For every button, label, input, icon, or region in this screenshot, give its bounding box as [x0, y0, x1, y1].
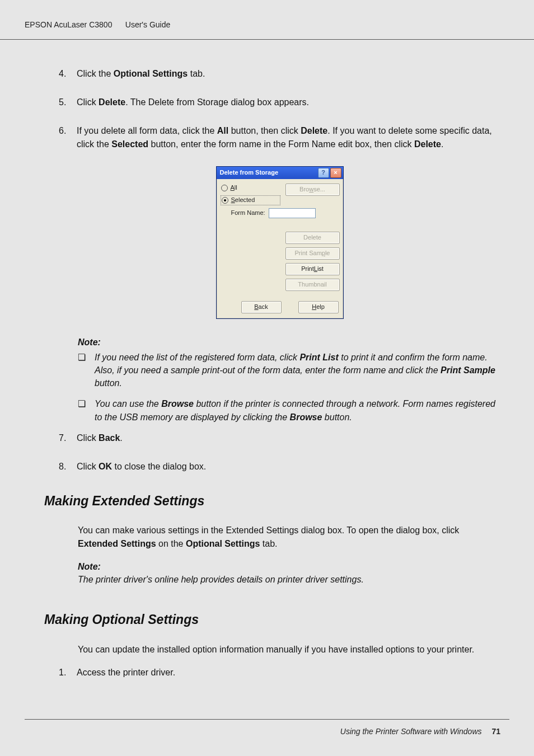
header-guide: User's Guide — [125, 20, 170, 29]
dialog-body: All Selected Browse... Form Name: — [217, 179, 343, 318]
radio-selected-circle — [222, 197, 228, 204]
note-1: ❏ If you need the list of the registered… — [78, 351, 500, 390]
thumbnail-button[interactable]: Thumbnail — [285, 279, 340, 291]
footer-text: Using the Printer Software with Windows — [340, 727, 482, 736]
dialog-screenshot: Delete from Storage ? × All — [59, 166, 500, 319]
header-rule — [0, 39, 534, 40]
footer-rule — [25, 719, 509, 720]
header-product: EPSON AcuLaser C3800 — [25, 20, 112, 29]
note-2: ❏ You can use the Browse button if the p… — [78, 397, 500, 423]
step-7: 7. Click Back. — [59, 431, 500, 444]
radio-selected[interactable]: Selected — [221, 196, 280, 205]
form-name-input[interactable] — [269, 208, 316, 218]
delete-from-storage-dialog: Delete from Storage ? × All — [216, 166, 344, 319]
heading-extended-settings: Making Extended Settings — [44, 492, 500, 510]
optional-settings-para: You can update the installed option info… — [78, 643, 500, 656]
form-name-row: Form Name: — [221, 208, 339, 218]
radio-all-circle — [221, 185, 228, 191]
step-6: 6. If you delete all form data, click th… — [59, 124, 500, 150]
dialog-close-button[interactable]: × — [330, 168, 341, 178]
print-sample-button[interactable]: Print Sample — [285, 247, 340, 260]
delete-button[interactable]: Delete — [285, 232, 340, 244]
page: EPSON AcuLaser C3800 User's Guide 4. Cli… — [0, 0, 534, 756]
step-5: 5. Click Delete. The Delete from Storage… — [59, 96, 500, 109]
form-name-label: Form Name: — [231, 209, 265, 218]
dialog-titlebar: Delete from Storage ? × — [217, 167, 343, 179]
opt-step-1: 1. Access the printer driver. — [59, 666, 500, 679]
note-heading: Note: — [78, 336, 500, 349]
content: 4. Click the Optional Settings tab. 5. C… — [59, 67, 500, 694]
step-4: 4. Click the Optional Settings tab. — [59, 67, 500, 80]
step-8: 8. Click OK to close the dialog box. — [59, 460, 500, 473]
help-button[interactable]: Help — [298, 301, 339, 313]
page-header: EPSON AcuLaser C3800 User's Guide — [25, 20, 509, 29]
page-footer: Using the Printer Software with Windows … — [340, 727, 500, 736]
extended-settings-note: Note: The printer driver's online help p… — [78, 560, 500, 586]
heading-optional-settings: Making Optional Settings — [44, 611, 500, 629]
radio-all[interactable]: All — [221, 184, 280, 192]
browse-button[interactable]: Browse... — [285, 184, 340, 196]
back-button[interactable]: Back — [241, 301, 282, 313]
print-list-button[interactable]: Print List — [285, 263, 340, 275]
page-number: 71 — [491, 727, 500, 736]
dialog-title: Delete from Storage — [220, 168, 279, 177]
dialog-help-button[interactable]: ? — [318, 168, 329, 178]
extended-settings-para: You can make various settings in the Ext… — [78, 524, 500, 550]
